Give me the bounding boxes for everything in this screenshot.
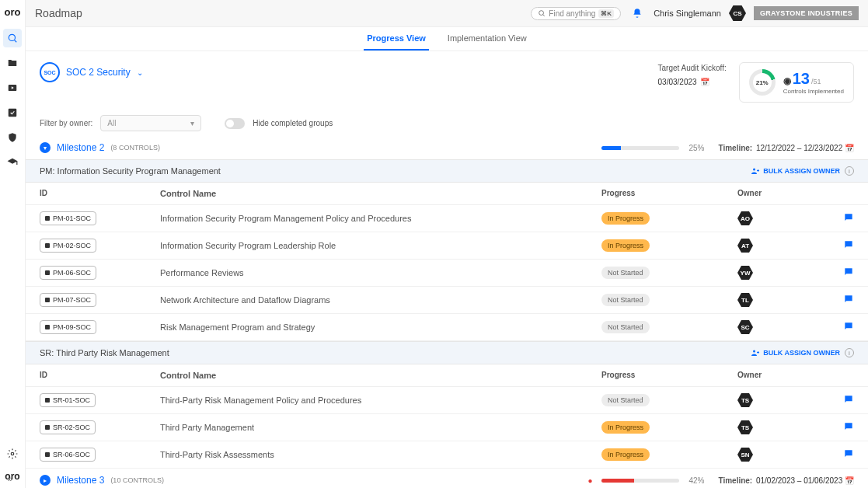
milestone-2-progress-bar xyxy=(601,146,679,150)
nav-folder-icon[interactable] xyxy=(3,54,22,72)
controls-total: /51 xyxy=(811,78,821,85)
control-name: Third-Party Risk Assessments xyxy=(160,450,601,459)
comment-icon[interactable] xyxy=(843,394,854,407)
notifications-icon[interactable] xyxy=(629,5,646,22)
control-id-link[interactable]: SR-01-SOC xyxy=(40,393,96,407)
calendar-icon[interactable]: 📅 xyxy=(845,144,854,152)
milestone-2-title[interactable]: Milestone 2 xyxy=(57,142,104,153)
control-id-link[interactable]: SR-02-SOC xyxy=(40,420,96,434)
filter-owner-dropdown[interactable]: All▾ xyxy=(100,115,201,131)
calendar-icon[interactable]: 📅 xyxy=(700,76,709,89)
search-icon xyxy=(538,9,546,17)
program-selector[interactable]: SOC SOC 2 Security ⌄ xyxy=(40,62,143,82)
tab-implementation-view[interactable]: Implementation View xyxy=(444,27,530,51)
table-row: PM-02-SOC Information Security Program L… xyxy=(26,232,868,260)
info-icon[interactable]: i xyxy=(845,348,854,357)
col-id: ID xyxy=(40,189,160,198)
milestone-collapse-icon[interactable]: ▾ xyxy=(40,142,51,153)
milestone-3-pct: 42% xyxy=(688,476,704,485)
status-badge: In Progress xyxy=(601,448,650,461)
owner-avatar[interactable]: TL xyxy=(737,292,753,308)
svg-rect-2 xyxy=(9,109,17,117)
search-input[interactable]: Find anything ⌘K xyxy=(531,7,621,20)
comment-icon[interactable] xyxy=(843,212,854,225)
table-row: PM-07-SOC Network Architecture and Dataf… xyxy=(26,287,868,314)
comment-icon[interactable] xyxy=(843,321,854,334)
table-row: SR-01-SOC Third-Party Risk Management Po… xyxy=(26,387,868,414)
control-id-link[interactable]: PM-01-SOC xyxy=(40,211,96,225)
control-id-link[interactable]: PM-06-SOC xyxy=(40,266,96,280)
status-badge: In Progress xyxy=(601,421,650,434)
program-badge-icon: SOC xyxy=(40,62,60,82)
control-name: Third Party Management xyxy=(160,423,601,432)
expand-sidebar-icon[interactable]: » xyxy=(8,474,12,483)
milestone-expand-icon[interactable]: ▸ xyxy=(40,475,51,486)
bulk-assign-owner-button[interactable]: BULK ASSIGN OWNER xyxy=(751,166,840,176)
status-badge: In Progress xyxy=(601,212,650,225)
table-row: SR-02-SOC Third Party Management In Prog… xyxy=(26,414,868,441)
search-kbd: ⌘K xyxy=(598,9,614,18)
owner-avatar[interactable]: SC xyxy=(737,319,753,335)
status-badge: Not Started xyxy=(601,267,650,279)
filter-label: Filter by owner: xyxy=(40,119,92,127)
table-header: ID Control Name Progress Owner xyxy=(26,183,868,205)
nav-shield-icon[interactable] xyxy=(3,128,22,147)
table-header: ID Control Name Progress Owner xyxy=(26,364,868,387)
info-icon[interactable]: i xyxy=(845,166,854,176)
control-id-link[interactable]: PM-02-SOC xyxy=(40,239,96,253)
owner-avatar[interactable]: YW xyxy=(737,265,753,281)
target-label: Target Audit Kickoff: xyxy=(658,62,727,75)
clock-icon: ◉ xyxy=(783,75,791,86)
group-header-pm: PM: Information Security Program Managem… xyxy=(26,159,868,183)
status-badge: Not Started xyxy=(601,294,650,306)
chevron-down-icon: ▾ xyxy=(190,119,194,127)
brand-logo[interactable]: oro xyxy=(5,6,21,18)
control-name: Information Security Program Management … xyxy=(160,214,601,223)
settings-icon[interactable] xyxy=(3,444,22,463)
col-owner: Owner xyxy=(737,189,831,198)
control-id-link[interactable]: PM-07-SOC xyxy=(40,293,96,307)
owner-avatar[interactable]: AO xyxy=(737,211,753,226)
side-nav: oro oro xyxy=(0,0,26,488)
svg-point-4 xyxy=(539,11,544,16)
comment-icon[interactable] xyxy=(843,239,854,253)
user-plus-icon xyxy=(751,166,760,176)
control-id-link[interactable]: SR-06-SOC xyxy=(40,448,96,462)
alert-icon: ● xyxy=(587,476,592,485)
control-id-link[interactable]: PM-09-SOC xyxy=(40,320,96,334)
nav-check-icon[interactable] xyxy=(3,103,22,122)
table-row: PM-01-SOC Information Security Program M… xyxy=(26,205,868,232)
tab-progress-view[interactable]: Progress View xyxy=(364,27,429,51)
bulk-assign-owner-button[interactable]: BULK ASSIGN OWNER xyxy=(751,348,840,357)
owner-avatar[interactable]: TS xyxy=(737,392,753,408)
svg-point-0 xyxy=(9,34,15,40)
target-date: 03/03/2023 xyxy=(658,76,697,89)
user-avatar[interactable]: CS xyxy=(729,5,746,22)
owner-avatar[interactable]: SN xyxy=(737,447,753,462)
group-header-sr: SR: Third Party Risk Management BULK ASS… xyxy=(26,341,868,364)
comment-icon[interactable] xyxy=(843,267,854,280)
hide-completed-label: Hide completed groups xyxy=(253,119,333,127)
owner-avatar[interactable]: TS xyxy=(737,420,753,435)
target-audit: Target Audit Kickoff: 03/03/2023 📅 xyxy=(658,62,727,89)
nav-overview-icon[interactable] xyxy=(3,29,22,47)
view-tabs: Progress View Implementation View xyxy=(26,26,868,51)
calendar-icon[interactable]: 📅 xyxy=(845,476,854,485)
owner-avatar[interactable]: AT xyxy=(737,238,753,253)
comment-icon[interactable] xyxy=(843,421,854,434)
control-name: Third-Party Risk Management Policy and P… xyxy=(160,396,601,405)
controls-count: 13 xyxy=(793,70,810,88)
hide-completed-toggle[interactable] xyxy=(225,118,245,129)
table-row: PM-06-SOC Performance Reviews Not Starte… xyxy=(26,260,868,287)
chevron-down-icon: ⌄ xyxy=(137,68,143,77)
stats-box: 21% ◉13/51 Controls Implemented xyxy=(739,62,854,103)
table-row: PM-09-SOC Risk Management Program and St… xyxy=(26,314,868,341)
milestone-3-timeline: Timeline: 01/02/2023 – 01/06/2023 📅 xyxy=(718,476,854,485)
nav-play-icon[interactable] xyxy=(3,78,22,97)
milestone-3-title[interactable]: Milestone 3 xyxy=(57,475,104,486)
org-badge: GRAYSTONE INDUSTRIES xyxy=(754,6,859,20)
nav-education-icon[interactable] xyxy=(3,153,22,172)
col-name: Control Name xyxy=(160,189,601,198)
comment-icon[interactable] xyxy=(843,448,854,462)
comment-icon[interactable] xyxy=(843,294,854,307)
